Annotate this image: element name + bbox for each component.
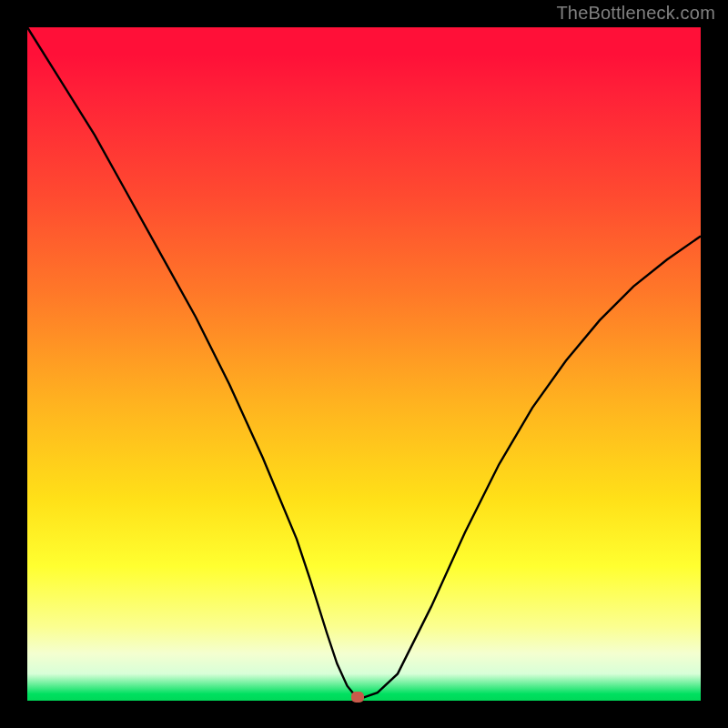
plot-area — [27, 27, 701, 701]
optimum-marker — [351, 692, 364, 703]
chart-frame: TheBottleneck.com — [0, 0, 728, 728]
curve-path — [27, 27, 701, 697]
bottleneck-curve — [27, 27, 701, 701]
watermark-text: TheBottleneck.com — [556, 3, 715, 24]
